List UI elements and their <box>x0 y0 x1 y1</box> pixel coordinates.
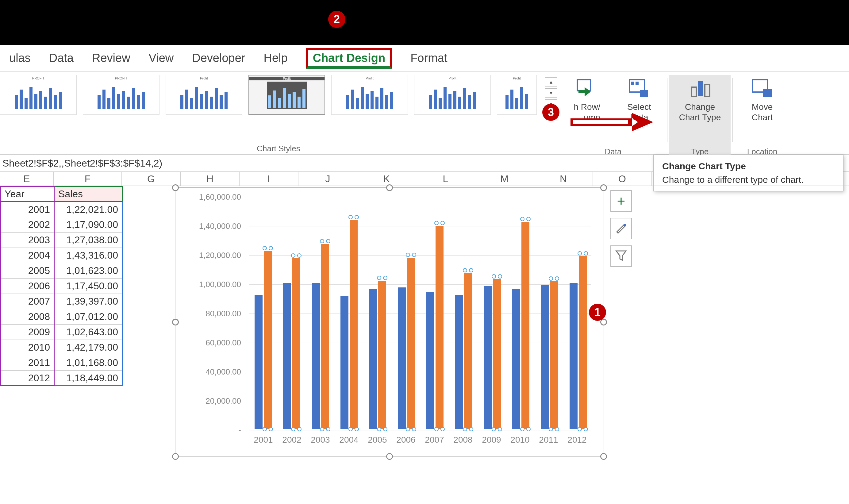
col-header-J[interactable]: J <box>299 172 357 185</box>
col-header-N[interactable]: N <box>534 172 593 185</box>
handle[interactable] <box>386 453 393 460</box>
bar-series2[interactable] <box>521 222 529 429</box>
table-cell[interactable]: 2008 <box>1 309 54 325</box>
table-cell[interactable]: 1,17,090.00 <box>54 217 122 233</box>
bar-series2[interactable] <box>378 281 386 429</box>
col-header-M[interactable]: M <box>475 172 534 185</box>
table-cell[interactable]: 2002 <box>1 217 54 233</box>
bar-series1[interactable] <box>455 295 463 429</box>
bar-series2[interactable] <box>321 244 329 429</box>
bar-series1[interactable] <box>570 283 578 429</box>
table-cell[interactable]: 1,22,021.00 <box>54 202 122 217</box>
table-cell[interactable]: 1,18,449.00 <box>54 371 122 386</box>
bar-series2[interactable] <box>579 256 587 429</box>
embedded-chart[interactable]: -20,000.0040,000.0060,000.0080,000.001,0… <box>175 187 604 457</box>
worksheet[interactable]: E F G H I J K L M N O Year Sales 2001 1,… <box>0 172 849 503</box>
bar-series1[interactable] <box>283 283 291 429</box>
table-cell[interactable]: 1,02,643.00 <box>54 325 122 340</box>
table-cell[interactable]: 1,39,397.00 <box>54 294 122 309</box>
gallery-up[interactable]: ▴ <box>545 77 557 87</box>
col-header-H[interactable]: H <box>181 172 239 185</box>
tab-formulas[interactable]: ulas <box>0 49 40 68</box>
table-cell[interactable]: 1,17,450.00 <box>54 278 122 294</box>
handle[interactable] <box>600 453 607 460</box>
style-thumb-3[interactable]: Profit <box>166 75 242 115</box>
bar-series1[interactable] <box>512 289 520 429</box>
bar-series2[interactable] <box>292 258 300 429</box>
style-thumb-2[interactable]: PROFIT <box>83 75 160 115</box>
bar-series1[interactable] <box>426 292 434 429</box>
col-header-L[interactable]: L <box>416 172 475 185</box>
style-thumb-5[interactable]: Profit <box>331 75 408 115</box>
table-cell[interactable]: 2009 <box>1 325 54 340</box>
bar-series1[interactable] <box>398 287 406 429</box>
bar-series1[interactable] <box>541 285 549 429</box>
table-cell[interactable]: 1,01,623.00 <box>54 263 122 278</box>
chart-filter-button[interactable] <box>610 246 632 267</box>
table-cell[interactable]: 2006 <box>1 278 54 294</box>
handle[interactable] <box>172 453 179 460</box>
tab-chart-design[interactable]: Chart Design <box>297 49 401 68</box>
bar-series1[interactable] <box>255 295 263 429</box>
style-thumb-6[interactable]: Profit <box>414 75 491 115</box>
table-cell[interactable]: 2007 <box>1 294 54 309</box>
bar-series1[interactable] <box>484 286 492 429</box>
bar-series1[interactable] <box>312 283 320 429</box>
chart-styles-button[interactable] <box>610 218 632 239</box>
x-tick: 2010 <box>506 435 534 450</box>
table-cell[interactable]: 2011 <box>1 355 54 371</box>
handle[interactable] <box>172 184 179 191</box>
handle[interactable] <box>600 184 607 191</box>
table-cell[interactable]: 2005 <box>1 263 54 278</box>
tab-view[interactable]: View <box>140 49 183 68</box>
handle[interactable] <box>386 184 393 191</box>
bar-series2[interactable] <box>436 226 444 429</box>
style-thumb-1[interactable]: PROFIT <box>0 75 77 115</box>
table-cell[interactable]: 2001 <box>1 202 54 217</box>
col-header-I[interactable]: I <box>239 172 299 185</box>
table-cell[interactable]: 2012 <box>1 371 54 386</box>
chart-styles-gallery[interactable]: PROFIT PROFIT Profit Profit Profit Profi… <box>0 72 557 115</box>
col-header-K[interactable]: K <box>357 172 416 185</box>
funnel-icon <box>615 249 627 263</box>
col-header-E[interactable]: E <box>0 172 54 185</box>
table-cell[interactable]: 1,27,038.00 <box>54 233 122 248</box>
y-tick: 1,40,000.00 <box>199 221 241 231</box>
brush-icon <box>615 221 627 236</box>
table-cell[interactable]: 1,42,179.00 <box>54 340 122 355</box>
bar-series1[interactable] <box>369 289 377 429</box>
change-chart-type-button[interactable]: Change Chart Type <box>669 75 730 158</box>
tab-format[interactable]: Format <box>401 49 456 68</box>
move-chart-button[interactable]: Move Chart <box>735 75 790 158</box>
table-cell[interactable]: 2004 <box>1 248 54 263</box>
table-cell[interactable]: 1,01,168.00 <box>54 355 122 371</box>
chart-plot-area[interactable] <box>249 197 591 429</box>
col-header-G[interactable]: G <box>122 172 181 185</box>
gallery-down[interactable]: ▾ <box>545 88 557 97</box>
bar-series2[interactable] <box>407 258 415 429</box>
chart-elements-button[interactable]: + <box>610 190 632 212</box>
bar-series2[interactable] <box>464 273 472 429</box>
y-tick: 80,000.00 <box>205 309 241 319</box>
bar-series2[interactable] <box>264 251 272 429</box>
col-header-F[interactable]: F <box>54 172 122 185</box>
bar-series2[interactable] <box>493 279 501 429</box>
table-cell[interactable]: 1,43,316.00 <box>54 248 122 263</box>
table-cell[interactable]: 2003 <box>1 233 54 248</box>
table-cell[interactable]: 2010 <box>1 340 54 355</box>
bar-series2[interactable] <box>550 281 558 429</box>
style-thumb-4[interactable]: Profit <box>249 75 325 115</box>
x-tick: 2005 <box>363 435 392 450</box>
header-year[interactable]: Year <box>1 186 54 202</box>
table-cell[interactable]: 1,07,012.00 <box>54 309 122 325</box>
col-header-O[interactable]: O <box>593 172 652 185</box>
tab-data[interactable]: Data <box>40 49 83 68</box>
header-sales[interactable]: Sales <box>54 186 122 202</box>
bar-series1[interactable] <box>341 296 348 429</box>
tab-developer[interactable]: Developer <box>183 49 254 68</box>
tab-help[interactable]: Help <box>255 49 297 68</box>
bar-series2[interactable] <box>350 220 358 429</box>
tab-review[interactable]: Review <box>83 49 140 68</box>
style-thumb-7[interactable]: Profit <box>497 75 537 115</box>
callout-2: 2 <box>328 11 345 28</box>
